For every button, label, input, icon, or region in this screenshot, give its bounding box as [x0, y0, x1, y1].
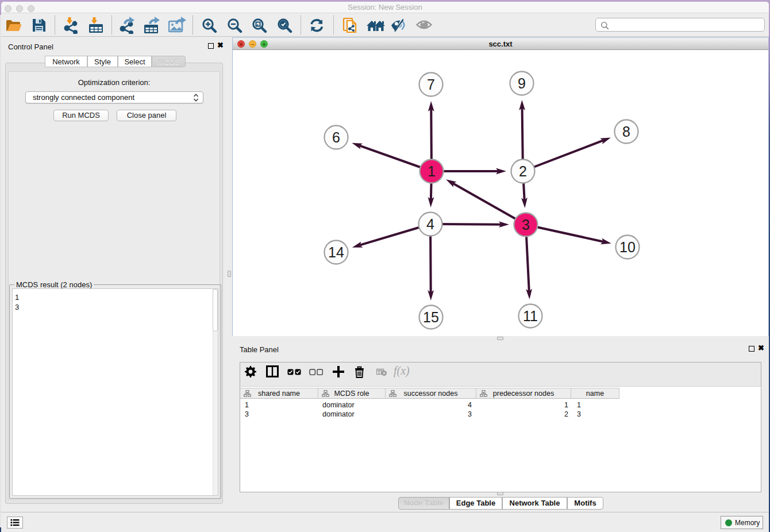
svg-text:10: 10 [619, 239, 636, 255]
svg-text:7: 7 [427, 76, 435, 92]
svg-text:3: 3 [522, 217, 530, 233]
svg-text:f(x): f(x) [394, 365, 410, 377]
svg-text:15: 15 [423, 309, 439, 325]
svg-text:4: 4 [426, 216, 434, 232]
svg-text:11: 11 [523, 308, 538, 324]
svg-text:9: 9 [518, 75, 526, 91]
svg-text:14: 14 [328, 244, 344, 260]
svg-text:1: 1 [428, 163, 436, 179]
svg-text:2: 2 [519, 163, 527, 179]
svg-text:6: 6 [332, 129, 340, 145]
svg-text:8: 8 [622, 124, 630, 140]
